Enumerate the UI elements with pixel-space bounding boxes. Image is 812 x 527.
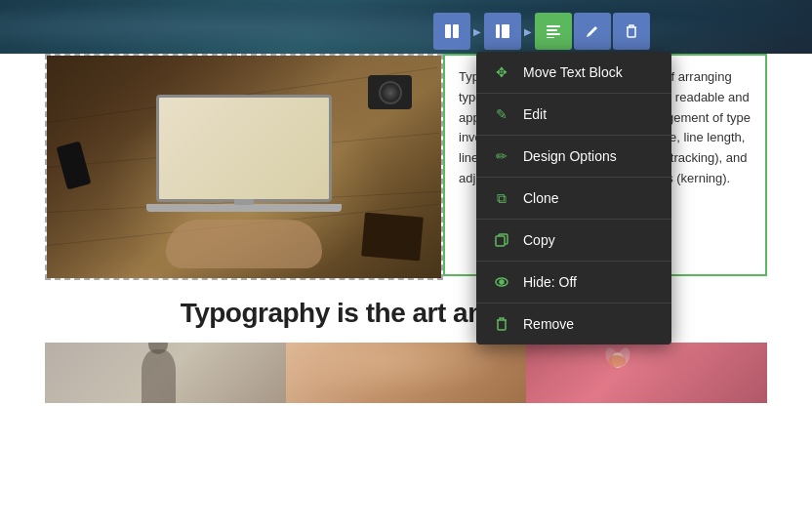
menu-label-remove: Remove <box>523 316 574 332</box>
design-icon: ✏ <box>492 146 511 166</box>
svg-rect-4 <box>547 25 560 27</box>
arrow-icon-2: ▶ <box>524 26 532 37</box>
menu-item-clone[interactable]: ⧉ Clone <box>476 178 671 219</box>
menu-item-remove[interactable]: Remove <box>476 304 671 345</box>
move-icon: ✥ <box>492 62 511 82</box>
layout-2-button[interactable] <box>484 13 521 50</box>
left-image-container <box>45 54 443 280</box>
svg-rect-2 <box>496 24 500 38</box>
svg-rect-6 <box>547 33 560 35</box>
toolbar: ▶ ▶ <box>433 13 650 50</box>
svg-rect-0 <box>445 24 451 38</box>
bottom-image-2 <box>286 343 527 403</box>
laptop-prop <box>146 95 342 222</box>
svg-point-11 <box>500 280 504 284</box>
delete-button[interactable] <box>613 13 650 50</box>
left-image <box>47 56 441 278</box>
laptop-screen <box>156 95 332 202</box>
svg-rect-3 <box>502 24 509 38</box>
phone-prop <box>57 142 92 190</box>
edit-icon: ✎ <box>492 104 511 124</box>
clone-icon: ⧉ <box>492 188 511 208</box>
menu-label-copy: Copy <box>523 232 555 248</box>
menu-item-hide[interactable]: Hide: Off <box>476 262 671 303</box>
copy-icon <box>492 230 511 250</box>
wallet-prop <box>361 212 424 261</box>
camera-prop <box>368 75 412 109</box>
page: ▶ ▶ <box>0 0 812 527</box>
menu-item-edit[interactable]: ✎ Edit <box>476 94 671 135</box>
menu-item-design-options[interactable]: ✏ Design Options <box>476 136 671 177</box>
svg-rect-1 <box>453 24 459 38</box>
context-menu: ✥ Move Text Block ✎ Edit ✏ Des <box>476 52 671 345</box>
menu-item-copy[interactable]: Copy <box>476 220 671 261</box>
edit-button[interactable] <box>574 13 611 50</box>
right-text-wrapper: ▶ ▶ <box>443 54 767 280</box>
menu-label-edit: Edit <box>523 106 547 122</box>
svg-rect-5 <box>547 29 557 31</box>
hands-prop <box>166 220 322 268</box>
layout-1-button[interactable] <box>433 13 470 50</box>
menu-label-move: Move Text Block <box>523 64 623 80</box>
laptop-base <box>146 204 342 212</box>
menu-item-move-text-block[interactable]: ✥ Move Text Block <box>476 52 671 93</box>
bottom-image-3 <box>526 343 767 403</box>
text-align-button[interactable] <box>535 13 572 50</box>
top-banner-image <box>0 0 812 54</box>
menu-label-design: Design Options <box>523 148 617 164</box>
menu-label-hide: Hide: Off <box>523 274 577 290</box>
bottom-image-1 <box>45 343 286 403</box>
bottom-images-row <box>45 343 767 403</box>
content-block: ▶ ▶ <box>45 54 767 403</box>
remove-trash-icon <box>492 314 511 334</box>
two-col-section: ▶ ▶ <box>45 54 767 280</box>
text-align-dropdown-wrapper: ✥ Move Text Block ✎ Edit ✏ Des <box>535 13 572 50</box>
menu-label-clone: Clone <box>523 190 559 206</box>
svg-rect-9 <box>496 236 505 246</box>
hide-icon <box>492 272 511 292</box>
arrow-icon: ▶ <box>473 26 481 37</box>
svg-rect-7 <box>547 37 554 38</box>
